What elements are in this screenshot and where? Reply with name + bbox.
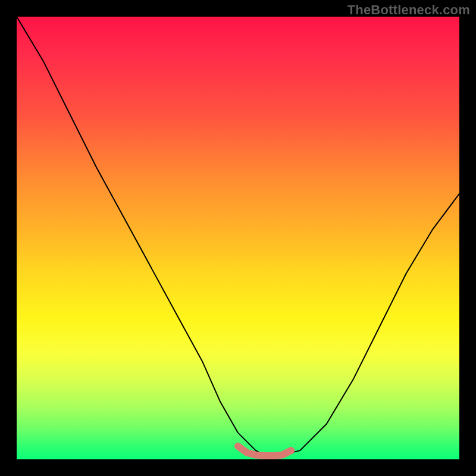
curve-layer	[17, 17, 459, 459]
plot-area	[17, 17, 459, 459]
trough-highlight-path	[238, 446, 291, 456]
watermark-text: TheBottleneck.com	[347, 2, 470, 18]
chart-frame: TheBottleneck.com	[0, 0, 476, 476]
bottleneck-curve-path	[17, 17, 459, 455]
